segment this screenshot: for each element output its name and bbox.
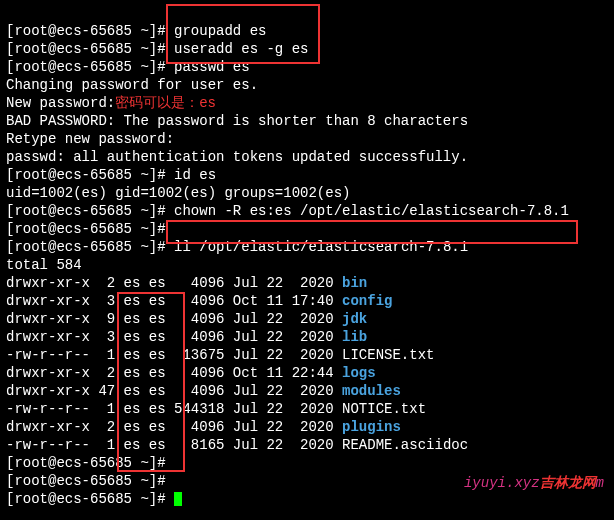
- prompt: [root@ecs-65685 ~]#: [6, 23, 166, 39]
- out-total: total 584: [6, 257, 82, 273]
- cmd-useradd: useradd es -g es: [174, 41, 308, 57]
- file-name: logs: [342, 365, 376, 381]
- list-item: drwxr-xr-x 3 es es 4096 Oct 11 17:40: [6, 293, 342, 309]
- list-item: drwxr-xr-x 2 es es 4096 Jul 22 2020: [6, 275, 342, 291]
- list-item: -rw-r--r-- 1 es es 8165 Jul 22 2020: [6, 437, 342, 453]
- file-name: LICENSE.txt: [342, 347, 434, 363]
- file-name: NOTICE.txt: [342, 401, 426, 417]
- prompt: [root@ecs-65685 ~]#: [6, 167, 166, 183]
- watermark: iyuyi.xyz吉林龙网m: [464, 474, 604, 492]
- out-changing: Changing password for user es.: [6, 77, 258, 93]
- file-listing: drwxr-xr-x 2 es es 4096 Jul 22 2020 bin …: [6, 274, 608, 454]
- list-item: -rw-r--r-- 1 es es 544318 Jul 22 2020: [6, 401, 342, 417]
- prompt: [root@ecs-65685 ~]#: [6, 473, 166, 489]
- list-item: drwxr-xr-x 2 es es 4096 Oct 11 22:44: [6, 365, 342, 381]
- list-item: drwxr-xr-x 9 es es 4096 Jul 22 2020: [6, 311, 342, 327]
- file-name: config: [342, 293, 392, 309]
- anno-pw-hint: 密码可以是：: [115, 95, 199, 111]
- list-item: drwxr-xr-x 3 es es 4096 Jul 22 2020: [6, 329, 342, 345]
- out-retype: Retype new password:: [6, 131, 174, 147]
- list-item: drwxr-xr-x 47 es es 4096 Jul 22 2020: [6, 383, 342, 399]
- prompt: [root@ecs-65685 ~]#: [6, 455, 166, 471]
- file-name: plugins: [342, 419, 401, 435]
- cmd-id: id es: [174, 167, 216, 183]
- prompt: [root@ecs-65685 ~]#: [6, 491, 166, 507]
- prompt: [root@ecs-65685 ~]#: [6, 203, 166, 219]
- cmd-passwd: passwd es: [174, 59, 250, 75]
- file-name: modules: [342, 383, 401, 399]
- out-bad: BAD PASSWORD: The password is shorter th…: [6, 113, 468, 129]
- file-name: README.asciidoc: [342, 437, 468, 453]
- watermark-suffix: m: [596, 475, 604, 491]
- list-item: -rw-r--r-- 1 es es 13675 Jul 22 2020: [6, 347, 342, 363]
- prompt: [root@ecs-65685 ~]#: [6, 239, 166, 255]
- watermark-url: iyuyi.xyz: [464, 475, 540, 491]
- file-name: lib: [342, 329, 367, 345]
- prompt: [root@ecs-65685 ~]#: [6, 221, 166, 237]
- cursor-icon: [174, 492, 182, 506]
- prompt: [root@ecs-65685 ~]#: [6, 59, 166, 75]
- anno-pw-value: es: [199, 95, 216, 111]
- out-authok: passwd: all authentication tokens update…: [6, 149, 468, 165]
- terminal-output[interactable]: [root@ecs-65685 ~]# groupadd es [root@ec…: [0, 0, 614, 512]
- file-name: jdk: [342, 311, 367, 327]
- prompt: [root@ecs-65685 ~]#: [6, 41, 166, 57]
- cmd-groupadd: groupadd es: [174, 23, 266, 39]
- out-newpass: New password:: [6, 95, 115, 111]
- cmd-ll: ll /opt/elastic/elasticsearch-7.8.1: [174, 239, 468, 255]
- out-id: uid=1002(es) gid=1002(es) groups=1002(es…: [6, 185, 350, 201]
- cmd-chown: chown -R es:es /opt/elastic/elasticsearc…: [174, 203, 569, 219]
- list-item: drwxr-xr-x 2 es es 4096 Jul 22 2020: [6, 419, 342, 435]
- file-name: bin: [342, 275, 367, 291]
- watermark-text: 吉林龙网: [540, 475, 596, 491]
